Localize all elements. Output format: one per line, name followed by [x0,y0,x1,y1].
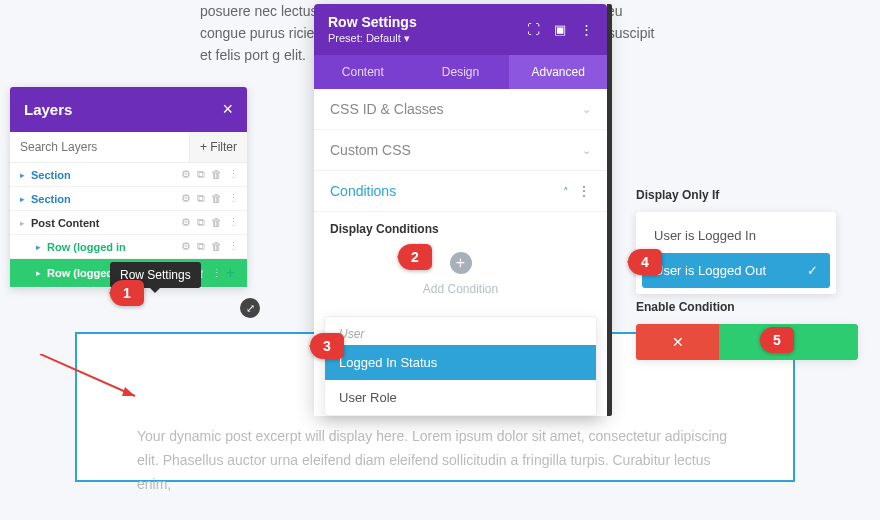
modal-body: CSS ID & Classes ⌄ Custom CSS ⌄ Conditio… [314,89,607,416]
expand-icon[interactable]: ⛶ [527,22,540,37]
add-condition-label: Add Condition [314,282,607,296]
more-icon[interactable]: ⋮ [228,168,239,181]
layer-label: Section [31,169,181,181]
acc-conditions[interactable]: Conditions ˄⋮ [314,171,607,212]
layer-row-post-content[interactable]: ▸ Post Content ⚙⧉🗑⋮ [10,211,247,235]
layer-row-logged-in[interactable]: ▸ Row (logged in ⚙⧉🗑⋮ [10,235,247,259]
acc-css-id[interactable]: CSS ID & Classes ⌄ [314,89,607,130]
dropdown-item-logged-in-status[interactable]: Logged In Status [325,345,596,380]
filter-button[interactable]: + Filter [189,132,247,162]
acc-label: Custom CSS [330,142,411,158]
layer-actions[interactable]: ⚙⧉🗑⋮ [181,168,239,181]
callout-badge-5: 5 [760,327,794,353]
layer-actions[interactable]: ⚙⧉🗑⋮ [181,240,239,253]
dropdown-item-user-role[interactable]: User Role [325,380,596,415]
callout-badge-3: 3 [310,333,344,359]
layer-label: Section [31,193,181,205]
layer-row-section-1[interactable]: ▸ Section ⚙⧉🗑⋮ [10,163,247,187]
display-only-if-label: Display Only If [636,188,836,202]
attention-arrow [40,354,140,404]
option-logged-in[interactable]: User is Logged In [642,218,830,253]
check-icon: ✓ [807,263,818,278]
resize-handle-icon[interactable]: ⤢ [240,298,260,318]
tab-content[interactable]: Content [314,55,412,89]
copy-icon[interactable]: ⧉ [197,216,205,229]
row-settings-modal: Row Settings Preset: Default ▾ ⛶ ▣ ⋮ Con… [314,4,607,416]
copy-icon[interactable]: ⧉ [197,192,205,205]
display-only-if-block: Display Only If User is Logged In User i… [636,188,836,294]
layers-filterbar: + Filter [10,132,247,163]
tab-design[interactable]: Design [412,55,510,89]
tab-advanced[interactable]: Advanced [509,55,607,89]
layer-label: Row (logged in [47,241,181,253]
modal-tabs: Content Design Advanced [314,55,607,89]
modal-header: Row Settings Preset: Default ▾ ⛶ ▣ ⋮ [314,4,607,55]
display-if-options: User is Logged In User is Logged Out ✓ [636,212,836,294]
gear-icon[interactable]: ⚙ [181,240,191,253]
copy-icon[interactable]: ⧉ [197,168,205,181]
caret-icon: ▸ [20,170,25,180]
svg-line-0 [40,354,135,396]
trash-icon[interactable]: 🗑 [211,216,222,229]
enable-no-button[interactable]: ✕ [636,324,719,360]
modal-preset[interactable]: Preset: Default ▾ [328,32,417,45]
display-conditions-label: Display Conditions [314,212,607,236]
layers-header: Layers × [10,87,247,132]
more-icon[interactable]: ⋮ [580,22,593,37]
more-icon[interactable]: ⋮ [577,183,591,199]
add-condition-plus-icon[interactable]: + [450,252,472,274]
copy-icon[interactable]: ⧉ [197,240,205,253]
more-icon[interactable]: ⋮ [211,267,222,280]
chevron-up-icon: ˄ [563,186,569,198]
layers-panel: Layers × + Filter ▸ Section ⚙⧉🗑⋮ ▸ Secti… [10,87,247,288]
add-icon[interactable]: + [222,264,239,282]
chevron-down-icon: ⌄ [582,103,591,116]
trash-icon[interactable]: 🗑 [211,168,222,181]
more-icon[interactable]: ⋮ [228,216,239,229]
enable-toggle: ✕ ✓ [636,324,858,360]
dropdown-group: User [325,317,596,345]
layer-row-section-2[interactable]: ▸ Section ⚙⧉🗑⋮ [10,187,247,211]
enable-condition-label: Enable Condition [636,300,858,314]
gear-icon[interactable]: ⚙ [181,216,191,229]
search-input[interactable] [10,132,189,162]
callout-badge-1: 1 [110,280,144,306]
gear-icon[interactable]: ⚙ [181,192,191,205]
layers-title: Layers [24,101,72,118]
acc-label: Conditions [330,183,396,199]
layer-actions[interactable]: ⚙⧉🗑⋮ [181,192,239,205]
svg-marker-1 [122,387,135,396]
modal-scrollbar[interactable] [607,4,612,416]
add-condition-block[interactable]: + Add Condition [314,236,607,308]
enable-condition-block: Enable Condition ✕ ✓ [636,300,858,360]
caret-icon: ▸ [20,194,25,204]
responsive-icon[interactable]: ▣ [554,22,566,37]
layer-label: Post Content [31,217,181,229]
callout-badge-2: 2 [398,244,432,270]
trash-icon[interactable]: 🗑 [211,192,222,205]
caret-icon: ▸ [36,242,41,252]
caret-icon: ▸ [20,218,25,228]
more-icon[interactable]: ⋮ [228,192,239,205]
callout-badge-4: 4 [628,249,662,275]
more-icon[interactable]: ⋮ [228,240,239,253]
condition-dropdown: User Logged In Status User Role [324,316,597,416]
caret-icon: ▸ [36,268,41,278]
option-logged-out[interactable]: User is Logged Out ✓ [642,253,830,288]
option-label: User is Logged Out [654,263,766,278]
x-icon: ✕ [672,334,684,350]
chevron-down-icon: ⌄ [582,144,591,157]
acc-custom-css[interactable]: Custom CSS ⌄ [314,130,607,171]
trash-icon[interactable]: 🗑 [211,240,222,253]
modal-title: Row Settings [328,14,417,30]
gear-icon[interactable]: ⚙ [181,168,191,181]
close-icon[interactable]: × [222,99,233,120]
acc-label: CSS ID & Classes [330,101,444,117]
layer-actions[interactable]: ⚙⧉🗑⋮ [181,216,239,229]
excerpt-preview-text: Your dynamic post excerpt will display h… [137,424,733,496]
